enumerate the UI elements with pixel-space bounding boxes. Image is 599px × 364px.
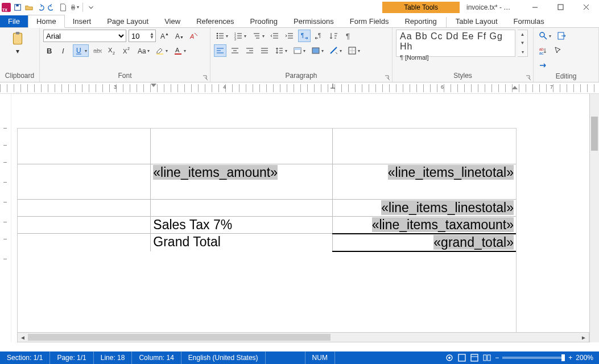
tab-view[interactable]: View: [156, 15, 188, 27]
change-case-button[interactable]: Aa▾: [135, 44, 151, 57]
right-indent-icon[interactable]: [512, 84, 518, 89]
paragraph-launcher-icon[interactable]: [385, 75, 390, 80]
view-mode-1-icon[interactable]: [457, 353, 466, 362]
zoom-slider[interactable]: [502, 357, 565, 359]
invoice-table[interactable]: «line_items_amount» «line_items_linetota…: [18, 129, 516, 252]
status-section[interactable]: Section: 1/1: [0, 351, 50, 364]
open-icon[interactable]: [24, 3, 34, 12]
tab-reporting[interactable]: Reporting: [396, 15, 444, 27]
decrease-indent-button[interactable]: [268, 30, 281, 42]
font-size-input[interactable]: ▲▼: [129, 30, 156, 42]
tab-table-layout[interactable]: Table Layout: [448, 15, 506, 27]
font-name-select[interactable]: Arial: [43, 30, 126, 42]
superscript-button[interactable]: X2: [121, 44, 133, 57]
tab-file[interactable]: File: [0, 15, 28, 27]
line-spacing-button[interactable]: ▾: [273, 44, 289, 57]
frame-fill-button[interactable]: ▾: [309, 44, 325, 57]
print-icon[interactable]: [70, 3, 79, 12]
zoom-level[interactable]: 200%: [576, 354, 593, 362]
status-line[interactable]: Line: 18: [94, 351, 133, 364]
tab-home[interactable]: Home: [28, 15, 65, 28]
status-column[interactable]: Column: 14: [132, 351, 181, 364]
clear-formatting-button[interactable]: A: [188, 30, 200, 42]
track-changes-icon[interactable]: [445, 353, 454, 362]
status-page[interactable]: Page: 1/1: [50, 351, 93, 364]
new-doc-icon[interactable]: [59, 3, 68, 12]
table-row[interactable]: «line_items_amount» «line_items_linetota…: [18, 164, 516, 199]
justify-button[interactable]: [258, 44, 271, 57]
font-launcher-icon[interactable]: [203, 75, 208, 80]
status-num-lock[interactable]: NUM: [305, 351, 335, 364]
grow-font-button[interactable]: A▲: [158, 30, 171, 42]
app-icon[interactable]: [2, 3, 11, 12]
view-mode-2-icon[interactable]: [470, 353, 479, 362]
bold-button[interactable]: B: [43, 44, 56, 57]
horizontal-scrollbar[interactable]: ◄ ►: [17, 332, 589, 342]
bulleted-list-button[interactable]: ▾: [214, 30, 230, 42]
scroll-track[interactable]: [28, 333, 579, 342]
vertical-scrollbar[interactable]: [589, 94, 599, 342]
goto-button[interactable]: [555, 30, 568, 42]
close-button[interactable]: [573, 0, 599, 14]
vertical-ruler[interactable]: [0, 94, 11, 342]
rtl-direction-button[interactable]: ¶: [313, 30, 325, 42]
table-row[interactable]: Grand Total «grand_total»: [18, 234, 516, 251]
shading-button[interactable]: ▾: [291, 44, 307, 57]
scroll-left-icon[interactable]: ◄: [18, 334, 28, 341]
styles-launcher-icon[interactable]: [526, 75, 531, 80]
redo-icon[interactable]: [47, 3, 56, 12]
show-marks-button[interactable]: ¶: [342, 30, 355, 42]
align-center-button[interactable]: [229, 44, 241, 57]
document-page[interactable]: «line_items_amount» «line_items_linetota…: [17, 128, 517, 342]
replace-button[interactable]: abac: [537, 44, 550, 57]
tab-insert[interactable]: Insert: [65, 15, 100, 27]
zoom-in-button[interactable]: +: [568, 354, 572, 362]
align-right-button[interactable]: [243, 44, 256, 57]
table-row[interactable]: «line_items_linestotal»: [18, 199, 516, 216]
maximize-button[interactable]: [548, 0, 573, 14]
context-tab-table-tools[interactable]: Table Tools: [382, 2, 460, 13]
tab-proofing[interactable]: Proofing: [242, 15, 286, 27]
view-mode-3-icon[interactable]: [482, 353, 491, 362]
increase-indent-button[interactable]: [283, 30, 296, 42]
borders-button[interactable]: ▾: [346, 44, 362, 57]
scroll-thumb[interactable]: [28, 334, 331, 341]
tab-formulas[interactable]: Formulas: [506, 15, 552, 27]
save-icon[interactable]: [13, 3, 22, 12]
table-row[interactable]: Sales Tax 7% «line_items_taxamount»: [18, 216, 516, 234]
scroll-right-icon[interactable]: ►: [579, 334, 589, 341]
undo-icon[interactable]: [36, 3, 45, 12]
table-row[interactable]: [18, 129, 516, 164]
select-button[interactable]: [552, 44, 564, 57]
find-button[interactable]: ▾: [537, 30, 553, 42]
status-language[interactable]: English (United States): [181, 351, 266, 364]
subscript-button[interactable]: X2: [106, 44, 118, 57]
tab-form-fields[interactable]: Form Fields: [342, 15, 397, 27]
minimize-button[interactable]: [522, 0, 548, 14]
next-misspelled-button[interactable]: [537, 59, 550, 72]
italic-button[interactable]: I: [58, 44, 71, 57]
highlight-button[interactable]: ▾: [154, 44, 170, 57]
zoom-out-button[interactable]: −: [495, 354, 499, 362]
frame-line-button[interactable]: ▾: [328, 44, 344, 57]
tab-page-layout[interactable]: Page Layout: [99, 15, 156, 27]
align-left-button[interactable]: [214, 44, 226, 57]
shrink-font-button[interactable]: A▼: [173, 30, 185, 42]
first-line-indent-icon[interactable]: [151, 84, 156, 89]
numbered-list-button[interactable]: 123▾: [232, 30, 248, 42]
style-gallery-more[interactable]: ▲▼▾: [518, 30, 528, 57]
paste-button[interactable]: ▾: [3, 29, 32, 55]
strikethrough-button[interactable]: abc: [91, 44, 104, 57]
tab-permissions[interactable]: Permissions: [286, 15, 342, 27]
style-gallery[interactable]: Aa Bb Cc Dd Ee Ff Gg Hh [Normal]: [396, 30, 515, 57]
font-color-button[interactable]: A▾: [172, 44, 188, 57]
qat-customize-icon[interactable]: [86, 3, 96, 12]
multilevel-list-button[interactable]: ▾: [250, 30, 266, 42]
tab-stop-icon[interactable]: [330, 84, 336, 89]
tab-references[interactable]: References: [188, 15, 242, 27]
ltr-direction-button[interactable]: ¶: [298, 30, 311, 42]
horizontal-ruler[interactable]: 3 4 6 7: [0, 82, 599, 94]
vscroll-thumb[interactable]: [591, 117, 598, 151]
underline-button[interactable]: U▾: [73, 44, 89, 57]
sort-button[interactable]: [328, 30, 340, 42]
